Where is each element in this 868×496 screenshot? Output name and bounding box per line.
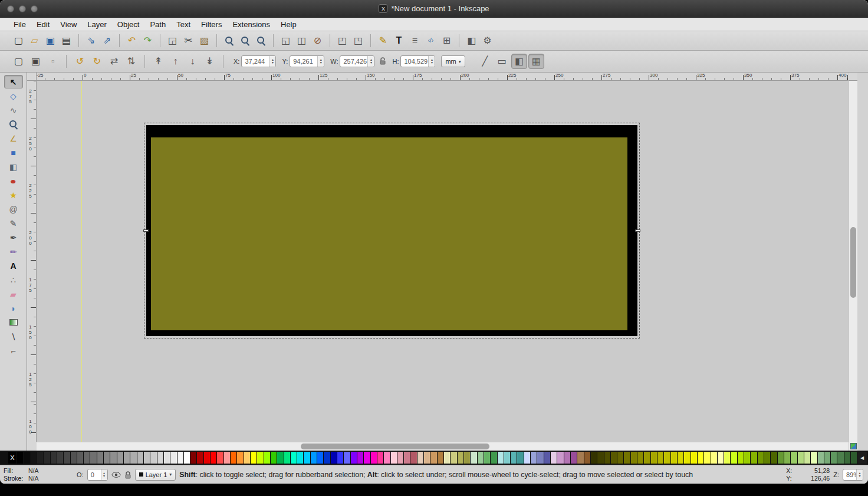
3dbox-tool-button[interactable]: ◧ [4,160,23,173]
palette-swatch[interactable] [851,452,857,464]
palette-swatch[interactable] [458,452,463,464]
palette-swatch[interactable] [384,452,390,464]
flip-vertical-button[interactable]: ⇅ [123,54,139,69]
spinner-arrows[interactable]: ▴▾ [428,56,435,67]
save-document-button[interactable]: ▣ [42,33,58,48]
star-tool-button[interactable]: ★ [4,188,23,202]
palette-swatch[interactable] [557,452,563,464]
vertical-ruler[interactable]: 275250225200175150125100 [27,81,37,442]
create-clone-button[interactable]: ◫ [294,33,310,48]
document-properties-button[interactable]: ◧ [463,33,479,48]
height-input[interactable]: 104,529 ▴▾ [400,55,435,67]
palette-swatch[interactable] [724,452,730,464]
palette-swatch[interactable] [617,452,623,464]
layer-lock-button[interactable] [124,471,131,479]
palette-swatch[interactable] [738,452,744,464]
palette-swatch[interactable] [537,452,543,464]
palette-swatch[interactable] [711,452,717,464]
rectangle-tool-button[interactable]: ■ [4,146,23,159]
zoom-input[interactable]: 89% ▴▾ [843,469,863,481]
layer-visibility-button[interactable] [111,472,121,478]
close-button[interactable] [7,5,14,12]
vertical-scrollbar[interactable] [849,81,857,442]
unlink-clone-button[interactable]: ⊘ [310,33,326,48]
spinner-arrows[interactable]: ▴▾ [101,469,107,480]
palette-swatch[interactable] [624,452,630,464]
calligraphy-tool-button[interactable]: ✏ [4,245,23,258]
palette-swatch[interactable] [824,452,830,464]
fill-stroke-indicator[interactable]: Fill:N/A Stroke:N/A [4,467,73,482]
opacity-input[interactable]: 0 ▴▾ [87,469,108,481]
palette-swatch[interactable] [104,452,110,464]
menu-layer[interactable]: Layer [82,18,112,31]
palette-swatch[interactable] [157,452,163,464]
palette-swatch[interactable] [731,452,737,464]
menu-filters[interactable]: Filters [196,18,227,31]
palette-swatch[interactable] [584,452,590,464]
palette-swatch[interactable] [511,452,517,464]
zoom-tool-button[interactable] [4,117,23,131]
palette-swatch[interactable] [204,452,210,464]
vertical-scrollbar-thumb[interactable] [850,227,856,298]
palette-swatch[interactable] [364,452,370,464]
palette-swatch[interactable] [791,452,797,464]
palette-swatch[interactable] [324,452,330,464]
spinner-arrows[interactable]: ▴▾ [317,56,324,67]
palette-swatch[interactable] [410,452,416,464]
palette-swatch[interactable] [524,452,530,464]
palette-swatch[interactable] [357,452,363,464]
palette-swatch[interactable] [751,452,757,464]
color-managed-display-button[interactable] [850,443,857,449]
measure-tool-button[interactable]: ∠ [4,132,23,145]
menu-object[interactable]: Object [112,18,145,31]
palette-swatch[interactable] [504,452,510,464]
zoom-selection-button[interactable] [221,33,237,48]
ellipse-tool-button[interactable]: ● [4,174,23,188]
import-bitmap-button[interactable]: ⇘ [83,33,99,48]
xml-editor-button[interactable]: ‹/› [423,33,439,48]
zoom-drawing-button[interactable] [237,33,253,48]
palette-swatch[interactable] [517,452,523,464]
palette-swatch[interactable] [498,452,504,464]
palette-swatch[interactable] [444,452,450,464]
palette-swatch[interactable] [277,452,283,464]
fill-stroke-dialog-button[interactable]: ✎ [375,33,391,48]
duplicate-button[interactable]: ◱ [278,33,294,48]
align-distribute-dialog-button[interactable]: ⊞ [439,33,455,48]
select-all-layers-button[interactable]: ▣ [28,54,44,69]
copy-button[interactable]: ◲ [165,33,180,48]
bezier-tool-button[interactable]: ✒ [4,231,23,244]
palette-swatch[interactable] [704,452,710,464]
palette-swatch[interactable] [90,452,96,464]
menu-edit[interactable]: Edit [31,18,55,31]
spinner-arrows[interactable]: ▴▾ [269,56,275,67]
palette-swatch[interactable] [397,452,403,464]
palette-swatch[interactable] [798,452,804,464]
palette-swatch[interactable] [177,452,183,464]
palette-swatch[interactable] [331,452,337,464]
print-document-button[interactable]: ▤ [58,33,74,48]
palette-swatch[interactable] [657,452,663,464]
palette-swatch[interactable] [24,452,29,464]
text-dialog-button[interactable]: T [391,33,407,48]
palette-swatch[interactable] [110,452,116,464]
palette-swatch[interactable] [744,452,750,464]
minimize-button[interactable] [19,5,26,12]
palette-swatch[interactable] [184,452,190,464]
palette-swatch[interactable] [291,452,297,464]
scale-stroke-toggle-button[interactable]: ╱ [477,54,493,69]
spinner-arrows[interactable]: ▴▾ [856,469,863,480]
palette-swatch[interactable] [531,452,537,464]
palette-swatch[interactable] [577,452,583,464]
palette-swatch[interactable] [644,452,650,464]
palette-swatch[interactable] [150,452,156,464]
palette-swatch[interactable] [130,452,136,464]
paste-button[interactable]: ▨ [196,33,212,48]
rotate-ccw-button[interactable]: ↺ [72,54,88,69]
palette-swatch[interactable] [718,452,724,464]
palette-swatch[interactable] [684,452,690,464]
spin-down-icon[interactable]: ▾ [269,61,275,64]
canvas[interactable] [37,81,849,442]
move-gradients-toggle-button[interactable]: ◧ [511,54,527,69]
spin-down-icon[interactable]: ▾ [101,475,107,478]
